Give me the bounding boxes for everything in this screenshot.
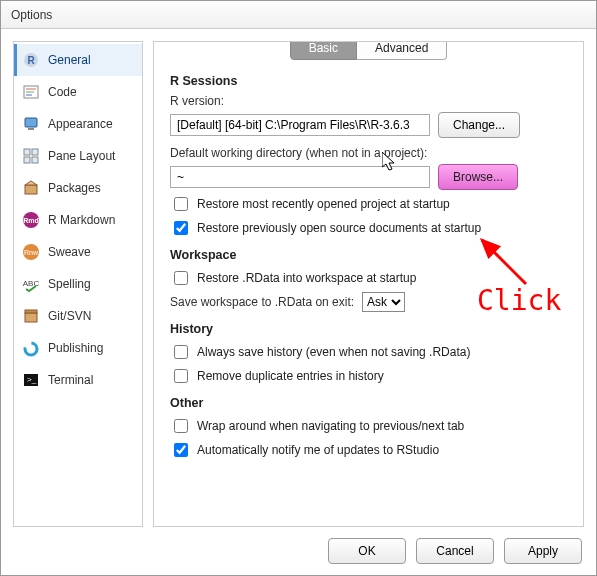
sidebar-item-publishing[interactable]: Publishing xyxy=(14,332,142,364)
sidebar-item-label: Git/SVN xyxy=(48,309,91,323)
section-other: Other xyxy=(170,396,567,410)
sidebar-item-pane-layout[interactable]: Pane Layout xyxy=(14,140,142,172)
sidebar-item-label: General xyxy=(48,53,91,67)
restore-docs-check[interactable]: Restore previously open source documents… xyxy=(170,218,567,238)
svg-text:R: R xyxy=(27,55,35,66)
svg-point-21 xyxy=(25,343,37,355)
apply-button[interactable]: Apply xyxy=(504,538,582,564)
sidebar-item-label: Publishing xyxy=(48,341,103,355)
sidebar-item-label: Spelling xyxy=(48,277,91,291)
defaultwd-label: Default working directory (when not in a… xyxy=(170,146,567,160)
terminal-icon: >_ xyxy=(22,371,40,389)
window-title: Options xyxy=(11,8,52,22)
dialog-footer: OK Cancel Apply xyxy=(1,527,596,575)
r-logo-icon: R xyxy=(22,51,40,69)
sidebar-item-rmarkdown[interactable]: Rmd R Markdown xyxy=(14,204,142,236)
sidebar-item-packages[interactable]: Packages xyxy=(14,172,142,204)
restore-project-check[interactable]: Restore most recently opened project at … xyxy=(170,194,567,214)
sidebar-item-label: R Markdown xyxy=(48,213,115,227)
sidebar-item-terminal[interactable]: >_ Terminal xyxy=(14,364,142,396)
section-rsessions: R Sessions xyxy=(170,74,567,88)
svg-text:ABC: ABC xyxy=(23,279,40,288)
svg-rect-11 xyxy=(32,157,38,163)
defaultwd-input[interactable] xyxy=(170,166,430,188)
spelling-icon: ABC xyxy=(22,275,40,293)
sidebar-item-label: Code xyxy=(48,85,77,99)
sidebar-item-label: Sweave xyxy=(48,245,91,259)
wrap-label: Wrap around when navigating to previous/… xyxy=(197,419,464,433)
sidebar-item-git-svn[interactable]: Git/SVN xyxy=(14,300,142,332)
save-workspace-label: Save workspace to .RData on exit: xyxy=(170,295,354,309)
sidebar-item-label: Terminal xyxy=(48,373,93,387)
svg-rect-12 xyxy=(25,185,37,194)
ok-button[interactable]: OK xyxy=(328,538,406,564)
rversion-label: R version: xyxy=(170,94,224,108)
notify-check[interactable]: Automatically notify me of updates to RS… xyxy=(170,440,567,460)
sidebar-item-label: Packages xyxy=(48,181,101,195)
appearance-icon xyxy=(22,115,40,133)
section-history: History xyxy=(170,322,567,336)
save-workspace-select[interactable]: Ask xyxy=(362,292,405,312)
code-icon xyxy=(22,83,40,101)
notify-checkbox[interactable] xyxy=(174,443,188,457)
sidebar-item-general[interactable]: R General xyxy=(14,44,142,76)
restore-docs-label: Restore previously open source documents… xyxy=(197,221,481,235)
restore-project-checkbox[interactable] xyxy=(174,197,188,211)
remove-dup-check[interactable]: Remove duplicate entries in history xyxy=(170,366,567,386)
titlebar: Options xyxy=(1,1,596,29)
svg-rect-7 xyxy=(28,128,34,130)
browse-button[interactable]: Browse... xyxy=(438,164,518,190)
restore-rdata-checkbox[interactable] xyxy=(174,271,188,285)
options-window: Options R General Code Appearance Pane L… xyxy=(0,0,597,576)
restore-project-label: Restore most recently opened project at … xyxy=(197,197,450,211)
always-save-check[interactable]: Always save history (even when not savin… xyxy=(170,342,567,362)
notify-label: Automatically notify me of updates to RS… xyxy=(197,443,439,457)
sweave-icon: Rnw xyxy=(22,243,40,261)
sidebar: R General Code Appearance Pane Layout Pa… xyxy=(13,41,143,527)
tab-advanced[interactable]: Advanced xyxy=(357,41,447,60)
sidebar-item-label: Appearance xyxy=(48,117,113,131)
content-panel: Basic Advanced R Sessions R version: Cha… xyxy=(153,41,584,527)
svg-text:Rnw: Rnw xyxy=(24,249,39,256)
sidebar-item-appearance[interactable]: Appearance xyxy=(14,108,142,140)
svg-rect-9 xyxy=(32,149,38,155)
sidebar-item-sweave[interactable]: Rnw Sweave xyxy=(14,236,142,268)
sidebar-item-label: Pane Layout xyxy=(48,149,115,163)
wrap-checkbox[interactable] xyxy=(174,419,188,433)
svg-marker-13 xyxy=(25,181,37,185)
svg-rect-8 xyxy=(24,149,30,155)
svg-text:>_: >_ xyxy=(27,375,37,384)
restore-docs-checkbox[interactable] xyxy=(174,221,188,235)
tab-basic[interactable]: Basic xyxy=(290,41,357,60)
rmd-icon: Rmd xyxy=(22,211,40,229)
sidebar-item-code[interactable]: Code xyxy=(14,76,142,108)
remove-dup-checkbox[interactable] xyxy=(174,369,188,383)
publish-icon xyxy=(22,339,40,357)
packages-icon xyxy=(22,179,40,197)
svg-text:Rmd: Rmd xyxy=(23,217,39,224)
svg-rect-6 xyxy=(25,118,37,127)
svg-rect-20 xyxy=(25,310,37,313)
section-workspace: Workspace xyxy=(170,248,567,262)
cancel-button[interactable]: Cancel xyxy=(416,538,494,564)
svg-rect-10 xyxy=(24,157,30,163)
always-save-label: Always save history (even when not savin… xyxy=(197,345,470,359)
always-save-checkbox[interactable] xyxy=(174,345,188,359)
sidebar-item-spelling[interactable]: ABC Spelling xyxy=(14,268,142,300)
change-button[interactable]: Change... xyxy=(438,112,520,138)
git-icon xyxy=(22,307,40,325)
svg-rect-19 xyxy=(25,313,37,322)
rversion-input[interactable] xyxy=(170,114,430,136)
remove-dup-label: Remove duplicate entries in history xyxy=(197,369,384,383)
panes-icon xyxy=(22,147,40,165)
wrap-check[interactable]: Wrap around when navigating to previous/… xyxy=(170,416,567,436)
restore-rdata-label: Restore .RData into workspace at startup xyxy=(197,271,416,285)
restore-rdata-check[interactable]: Restore .RData into workspace at startup xyxy=(170,268,567,288)
